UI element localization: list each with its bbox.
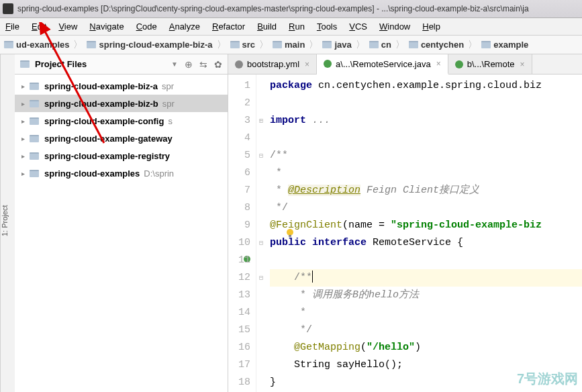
code-line[interactable] [270, 252, 582, 269]
tab-label: b\...\Remote [467, 59, 515, 69]
breadcrumb-item[interactable]: centychen [409, 40, 464, 50]
code-line[interactable]: @GetMapping("/hello") [270, 339, 582, 356]
code-line[interactable]: /** [270, 147, 582, 164]
menu-vcs[interactable]: VCS [349, 21, 367, 32]
fold-marker[interactable] [256, 130, 266, 147]
code-line[interactable]: import ... [270, 112, 582, 130]
file-type-icon [235, 60, 243, 68]
line-number: 17 [228, 356, 250, 374]
folder-icon [30, 83, 39, 90]
code-line[interactable]: package cn.centychen.example.spring.clou… [270, 77, 582, 95]
breadcrumb-item[interactable]: src [230, 40, 256, 50]
tab-label: a\...\RemoteService.java [336, 59, 431, 69]
fold-marker[interactable] [256, 252, 266, 269]
breadcrumb-item[interactable]: main [273, 40, 305, 50]
fold-marker[interactable]: ⊟ [256, 147, 266, 164]
line-number: 12 [228, 269, 250, 287]
code-line[interactable]: @FeignClient(name = "spring-cloud-exampl… [270, 217, 582, 234]
code-line[interactable]: * 调用服务B的hello方法 [270, 287, 582, 304]
line-number: 7 [228, 182, 250, 199]
line-number: 5 [228, 147, 250, 164]
code-line[interactable]: * @Description Feign Client接口定义 [270, 182, 582, 199]
tree-item[interactable]: ▸spring-cloud-example-registry [15, 147, 228, 164]
chevron-right-icon: 〉 [217, 39, 226, 51]
line-number: 3 [228, 112, 250, 130]
expand-icon[interactable]: ▸ [21, 170, 30, 177]
expand-icon[interactable]: ▸ [21, 83, 30, 90]
line-gutter: 12345678910 111213141516171819 [228, 75, 256, 392]
collapse-icon[interactable]: ⇆ [199, 59, 207, 70]
fold-marker[interactable]: ⊞ [256, 112, 266, 130]
chevron-right-icon: 〉 [395, 39, 405, 51]
fold-marker[interactable] [256, 287, 266, 304]
menu-window[interactable]: Window [379, 21, 410, 32]
fold-marker[interactable] [256, 339, 266, 356]
dropdown-icon[interactable]: ▼ [171, 60, 178, 68]
fold-marker[interactable] [256, 322, 266, 339]
tree-item[interactable]: ▸spring-cloud-example-gateway [15, 130, 228, 147]
menu-edit[interactable]: Edit [32, 21, 46, 32]
target-icon[interactable]: ⊕ [185, 59, 193, 70]
folder-icon [30, 170, 39, 177]
code-line[interactable]: */ [270, 322, 582, 339]
code-content[interactable]: package cn.centychen.example.spring.clou… [266, 75, 582, 392]
code-line[interactable] [270, 130, 582, 147]
editor-tab[interactable]: bootstrap.yml× [228, 54, 317, 74]
fold-marker[interactable] [256, 304, 266, 322]
menu-navigate[interactable]: Navigate [89, 21, 124, 32]
code-editor[interactable]: 12345678910 111213141516171819 ⊞⊟⊟⊟ pack… [228, 75, 582, 392]
fold-marker[interactable]: ⊟ [256, 234, 266, 252]
line-number: 2 [228, 95, 250, 112]
sidebar-tab-project[interactable]: 1: Project [0, 54, 15, 392]
menu-view[interactable]: View [58, 21, 77, 32]
expand-icon[interactable]: ▸ [21, 135, 30, 142]
tree-item[interactable]: ▸spring-cloud-example-configs [15, 112, 228, 130]
expand-icon[interactable]: ▸ [21, 100, 30, 107]
fold-marker[interactable]: ⊟ [256, 269, 266, 287]
intention-bulb-icon[interactable] [285, 228, 295, 238]
menu-file[interactable]: File [5, 21, 19, 32]
menu-refactor[interactable]: Refactor [212, 21, 245, 32]
expand-icon[interactable]: ▸ [21, 117, 30, 125]
editor-tab[interactable]: b\...\Remote× [448, 54, 532, 74]
fold-marker[interactable] [256, 199, 266, 217]
breadcrumb-item[interactable]: example [481, 40, 528, 50]
fold-marker[interactable] [256, 182, 266, 199]
breadcrumb-item[interactable]: ud-examples [4, 40, 69, 50]
editor-tab[interactable]: a\...\RemoteService.java× [317, 54, 448, 75]
line-number: 11 [228, 252, 250, 269]
menu-run[interactable]: Run [289, 21, 305, 32]
fold-marker[interactable] [256, 356, 266, 374]
breadcrumb-item[interactable]: spring-cloud-example-biz-a [87, 40, 212, 50]
menu-analyze[interactable]: Analyze [169, 21, 200, 32]
close-icon[interactable]: × [305, 60, 309, 69]
project-header: Project Files ▼ ⊕ ⇆ ✿ [15, 54, 228, 75]
code-line[interactable]: /** [270, 269, 582, 287]
tree-item[interactable]: ▸spring-cloud-example-biz-bspr [15, 95, 228, 112]
gear-icon[interactable]: ✿ [214, 59, 222, 70]
code-line[interactable]: * [270, 164, 582, 182]
menu-code[interactable]: Code [136, 21, 157, 32]
breadcrumb-item[interactable]: java [322, 40, 351, 50]
fold-marker[interactable] [256, 77, 266, 95]
fold-marker[interactable] [256, 164, 266, 182]
expand-icon[interactable]: ▸ [21, 152, 30, 160]
code-line[interactable]: public interface RemoteService { [270, 234, 582, 252]
menu-build[interactable]: Build [257, 21, 277, 32]
fold-marker[interactable] [256, 95, 266, 112]
menu-tools[interactable]: Tools [317, 21, 337, 32]
fold-marker[interactable] [256, 217, 266, 234]
menu-help[interactable]: Help [422, 21, 440, 32]
code-line[interactable] [270, 95, 582, 112]
chevron-right-icon: 〉 [356, 39, 365, 51]
watermark: 7号游戏网 [517, 370, 578, 388]
tree-item[interactable]: ▸spring-cloud-example-biz-aspr [15, 77, 228, 95]
code-line[interactable]: * [270, 304, 582, 322]
code-line[interactable]: */ [270, 199, 582, 217]
project-view-title[interactable]: Project Files [35, 59, 168, 69]
close-icon[interactable]: × [436, 59, 441, 68]
breadcrumb-item[interactable]: cn [369, 40, 391, 50]
tree-item[interactable]: ▸spring-cloud-examplesD:\sprin [15, 164, 228, 182]
fold-marker[interactable] [256, 374, 266, 391]
close-icon[interactable]: × [520, 60, 525, 69]
